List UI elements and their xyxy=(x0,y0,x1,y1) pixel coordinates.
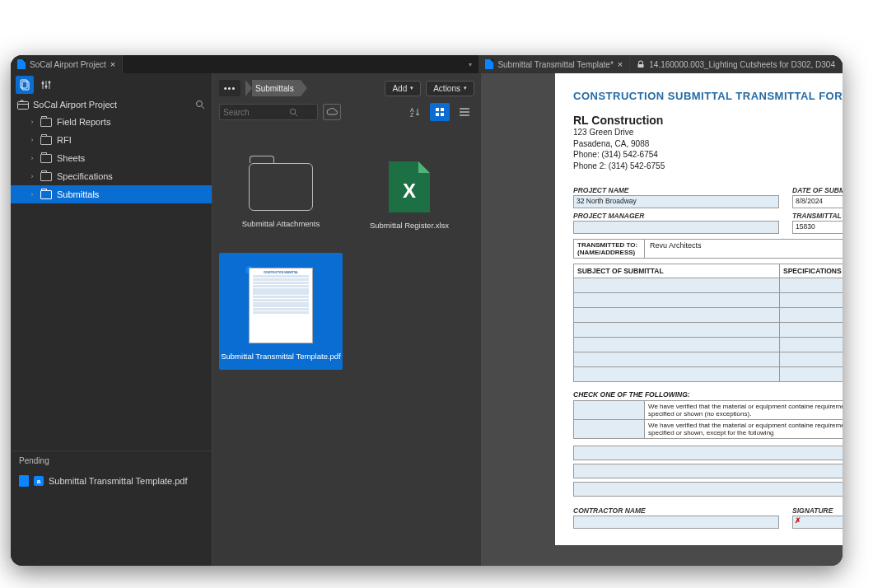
table-header: SPECIFICATIONS xyxy=(780,264,843,278)
svg-point-4 xyxy=(49,82,51,84)
close-icon[interactable]: × xyxy=(110,59,115,69)
table-row[interactable] xyxy=(574,307,843,322)
transmittal-number-field[interactable]: 15830 xyxy=(792,221,843,234)
pdf-page: CONSTRUCTION SUBMITTAL TRANSMITTAL FORM … xyxy=(555,73,843,545)
pending-file-name: Submittal Transmittal Template.pdf xyxy=(49,476,188,486)
pdf-thumbnail: CONSTRUCTION SUBMITTAL xyxy=(249,268,313,343)
svg-rect-5 xyxy=(18,102,29,110)
table-row[interactable] xyxy=(574,352,843,366)
more-button[interactable]: ••• xyxy=(219,80,240,96)
search-icon xyxy=(289,108,298,117)
files-panel-button[interactable] xyxy=(16,76,34,94)
folder-icon xyxy=(40,118,52,127)
project-icon xyxy=(17,100,29,110)
notes-field[interactable] xyxy=(573,464,843,478)
tab-template[interactable]: Submittal Transmittal Template* × xyxy=(479,55,630,73)
table-row[interactable] xyxy=(574,322,843,337)
grid-view-button[interactable] xyxy=(430,103,450,121)
tab-label: SoCal Airport Project xyxy=(30,60,106,69)
close-icon[interactable]: × xyxy=(618,59,623,69)
search-box[interactable] xyxy=(219,104,318,120)
svg-rect-12 xyxy=(436,113,439,116)
section-label: CHECK ONE OF THE FOLLOWING: xyxy=(573,390,843,399)
main-body: SoCal Airport Project ›Field Reports ›RF… xyxy=(11,73,843,566)
tree-item-submittals[interactable]: ›Submittals xyxy=(11,185,212,203)
file-browser-toolbar: ••• Submittals Add▾ Actions▾ xyxy=(212,73,481,100)
project-manager-field[interactable] xyxy=(573,221,779,234)
phone-line: Phone 2: (314) 542-6755 xyxy=(573,161,843,172)
page-icon xyxy=(485,59,493,69)
file-name: Submittal Register.xlsx xyxy=(370,221,449,230)
breadcrumb-label: Submittals xyxy=(255,84,294,93)
add-button[interactable]: Add▾ xyxy=(385,81,421,96)
chevron-right-icon: › xyxy=(29,154,35,162)
folder-icon xyxy=(40,136,52,145)
attachment-badge-icon: a xyxy=(34,476,44,486)
notes-field[interactable] xyxy=(573,446,843,460)
breadcrumb-segment[interactable]: Submittals xyxy=(252,80,301,96)
table-row[interactable] xyxy=(574,292,843,307)
actions-button[interactable]: Actions▾ xyxy=(426,81,474,96)
breadcrumb-chevron-icon xyxy=(245,80,252,96)
tree-item-rfi[interactable]: ›RFI xyxy=(11,131,212,149)
addr-line: Pasadena, CA, 9088 xyxy=(573,138,843,150)
field-label: PROJECT NAME xyxy=(573,186,779,194)
tree-item-specifications[interactable]: ›Specifications xyxy=(11,167,212,185)
svg-text:Z: Z xyxy=(410,112,414,118)
folder-icon xyxy=(40,172,52,181)
file-tile-excel[interactable]: X Submittal Register.xlsx xyxy=(348,131,471,248)
phone-line: Phone: (314) 542-6754 xyxy=(573,149,843,161)
signature-field[interactable]: ✗ xyxy=(792,516,843,529)
notes-field[interactable] xyxy=(573,482,843,497)
file-tree: ›Field Reports ›RFI ›Sheets ›Specificati… xyxy=(11,113,212,203)
document-scroll[interactable]: CONSTRUCTION SUBMITTAL TRANSMITTAL FORM … xyxy=(481,73,843,566)
tab-label: Submittal Transmittal Template* xyxy=(497,60,613,69)
file-tile-pdf[interactable]: CONSTRUCTION SUBMITTAL Submittal Transmi… xyxy=(219,253,343,370)
file-grid: Submittal Attachments X Submittal Regist… xyxy=(212,128,481,373)
list-icon xyxy=(459,107,470,117)
check-option-2[interactable]: We have verified that the material or eq… xyxy=(573,420,843,439)
table-row[interactable] xyxy=(574,337,843,352)
cloud-sync-button[interactable] xyxy=(323,104,341,120)
tab-locked[interactable]: 14.160000.003_Lighting Cutsheets for D30… xyxy=(630,55,843,73)
pages-icon xyxy=(19,79,30,91)
table-header: SUBJECT OF SUBMITTAL xyxy=(574,264,780,278)
breadcrumb-tail-icon xyxy=(301,80,307,96)
tree-item-field-reports[interactable]: ›Field Reports xyxy=(11,113,212,131)
check-option-1[interactable]: We have verified that the material or eq… xyxy=(573,400,843,420)
checkbox-cell[interactable] xyxy=(574,401,645,419)
page-icon xyxy=(17,59,26,69)
field-label: DATE OF SUBMI xyxy=(792,186,843,194)
transmitted-to-row: TRANSMITTED TO:(NAME/ADDRESS) Revu Archi… xyxy=(573,239,843,259)
lock-icon xyxy=(637,60,645,68)
breadcrumb[interactable]: Submittals xyxy=(245,80,307,96)
search-icon[interactable] xyxy=(195,100,205,110)
field-label: PROJECT MANAGER xyxy=(573,212,779,220)
search-input[interactable] xyxy=(223,108,289,117)
table-row[interactable] xyxy=(574,366,843,381)
sort-button[interactable]: AZ xyxy=(405,103,425,121)
tab-label: 14.160000.003_Lighting Cutsheets for D30… xyxy=(649,60,835,69)
folder-icon xyxy=(40,190,52,199)
table-row[interactable] xyxy=(574,278,843,292)
company-address: 123 Green Drive Pasadena, CA, 9088 Phone… xyxy=(573,127,843,171)
list-view-button[interactable] xyxy=(455,103,474,121)
project-header[interactable]: SoCal Airport Project xyxy=(11,96,212,113)
tree-item-sheets[interactable]: ›Sheets xyxy=(11,149,212,167)
transmitted-to-field[interactable]: Revu Architects xyxy=(645,240,843,258)
sliders-icon xyxy=(40,79,52,91)
check-text: We have verified that the material or eq… xyxy=(645,401,843,419)
subject-table: SUBJECT OF SUBMITTAL SPECIFICATIONS xyxy=(573,264,843,382)
svg-rect-10 xyxy=(436,108,439,111)
sliders-button[interactable] xyxy=(37,76,55,94)
contractor-name-field[interactable] xyxy=(573,516,779,529)
project-name-field[interactable]: 32 North Broadway xyxy=(573,195,779,208)
pending-file[interactable]: a Submittal Transmittal Template.pdf xyxy=(11,470,212,492)
date-field[interactable]: 8/8/2024 xyxy=(792,195,843,208)
file-tile-folder[interactable]: Submittal Attachments xyxy=(219,131,343,248)
tree-label: RFI xyxy=(57,135,72,145)
tab-project[interactable]: SoCal Airport Project × xyxy=(11,55,123,73)
chevron-down-icon[interactable]: ▾ xyxy=(469,61,472,68)
tree-label: Sheets xyxy=(57,153,85,163)
checkbox-cell[interactable] xyxy=(574,420,645,438)
